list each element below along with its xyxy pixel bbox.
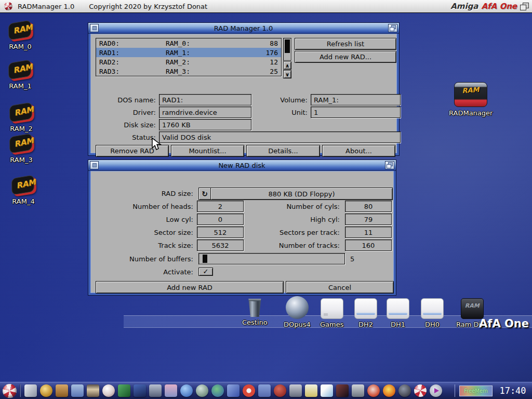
buffers-slider[interactable]	[198, 253, 345, 264]
dos-name-field[interactable]: RAD1:	[159, 94, 251, 105]
dock-icon-dh0[interactable]: DH0	[421, 298, 444, 328]
speaker-icon[interactable]	[398, 384, 411, 397]
dock-icon-games[interactable]: Games	[320, 298, 343, 328]
calculator-icon[interactable]	[352, 384, 364, 397]
sectors-per-track-field[interactable]: 11	[345, 227, 392, 238]
start-boing-ball-button[interactable]	[3, 384, 17, 398]
scanner-icon[interactable]	[305, 384, 317, 397]
cd-burner-icon[interactable]	[367, 384, 380, 397]
ram-chip-icon: RAM	[7, 21, 33, 41]
desktop-icon-ram2[interactable]: RAM RAM_2	[8, 103, 34, 132]
notepad-icon[interactable]	[321, 384, 333, 397]
toolbox-icon[interactable]	[289, 384, 302, 397]
icon-label: RAM_4	[12, 197, 34, 205]
add-new-rad-button[interactable]: Add new RAD...	[295, 51, 396, 63]
scrollbar-track[interactable]	[283, 38, 291, 61]
scrollbar-thumb[interactable]	[285, 39, 290, 53]
confirm-add-new-rad-button[interactable]: Add new RAD	[96, 281, 284, 294]
disk-size-label: Disk size:	[96, 121, 156, 129]
unit-field[interactable]: 1	[311, 107, 401, 118]
ram-chip-icon: RAM	[7, 60, 33, 80]
list-row-rad1-selected[interactable]: RAD1: RAM_1: 176	[96, 48, 281, 57]
sphere-blue-icon[interactable]	[180, 384, 193, 397]
image-viewer-icon[interactable]	[71, 384, 84, 397]
ram-chip-icon: RAM	[8, 134, 34, 154]
num-cyls-field[interactable]: 80	[345, 201, 392, 212]
dock-icon-cestino[interactable]: Cestino	[242, 297, 268, 326]
web-globe-icon[interactable]	[102, 384, 115, 397]
circuit-board-icon[interactable]	[118, 384, 130, 397]
desktop-icon-radmanager[interactable]: RAM RADManager	[449, 82, 493, 117]
dock-icon-dh1[interactable]: DH1	[387, 298, 409, 328]
list-row-rad0[interactable]: RAD0: RAM_0: 88	[96, 38, 281, 48]
dos-name-label: DOS name:	[96, 96, 156, 104]
scroll-up-button[interactable]: ∧	[283, 61, 291, 70]
fireball-icon[interactable]	[383, 384, 395, 397]
desktop-icon-ram1[interactable]: RAM RAM_1	[7, 60, 33, 90]
paint-brush-icon[interactable]	[274, 384, 286, 397]
depth-gadget[interactable]	[388, 24, 397, 32]
rad-manager-titlebar[interactable]: RAD Manager 1.0	[88, 23, 399, 34]
about-button[interactable]: About...	[322, 145, 395, 157]
num-tracks-field[interactable]: 160	[345, 240, 392, 251]
briefcase-icon[interactable]	[56, 384, 68, 397]
trash-can-icon	[247, 297, 262, 317]
play-button-icon[interactable]	[430, 384, 442, 397]
list-row-rad2[interactable]: RAD2: RAM_2: 12	[96, 57, 281, 66]
num-cyls-label: Number of cyls:	[241, 203, 340, 210]
monitor-gray-icon[interactable]	[149, 384, 162, 397]
ram-chip-icon: RAM	[10, 176, 36, 195]
cycle-icon: ↻	[199, 190, 210, 198]
cancel-button[interactable]: Cancel	[286, 281, 394, 294]
monitor-pink-icon[interactable]	[165, 384, 177, 397]
taskbar: FreeMem 17:40	[0, 382, 532, 399]
disk-edit-icon[interactable]	[24, 384, 37, 397]
boing-ball-icon	[4, 2, 12, 10]
slider-knob[interactable]	[203, 255, 207, 263]
radmanager-chip-icon: RAM	[454, 82, 487, 107]
checkered-ball-icon[interactable]	[414, 384, 427, 397]
screen-depth-gadget[interactable]	[520, 3, 529, 10]
rad-size-cycle-gadget[interactable]: ↻ 880 KB (DD Floppy)	[198, 188, 393, 200]
high-cyl-field[interactable]: 79	[345, 214, 392, 225]
num-heads-field[interactable]: 2	[197, 201, 244, 212]
folder-icon[interactable]	[87, 384, 99, 397]
rad-size-value: 880 KB (DD Floppy)	[211, 190, 392, 198]
track-size-field[interactable]: 5632	[197, 240, 244, 251]
depth-gadget[interactable]	[385, 161, 394, 169]
umbrella-icon[interactable]	[134, 384, 146, 397]
puzzle-blue-icon[interactable]	[227, 384, 240, 397]
menubar[interactable]: RADManager 1.0 Copyright 2020 by Krzyszt…	[0, 0, 532, 13]
disk-size-field[interactable]: 1760 KB	[159, 119, 251, 130]
sector-size-field[interactable]: 512	[197, 227, 244, 238]
close-gadget[interactable]	[90, 161, 99, 169]
status-field[interactable]: Valid DOS disk	[159, 131, 401, 143]
desktop-icon-ram0[interactable]: RAM RAM_0	[7, 21, 33, 50]
sphere-green-icon[interactable]	[196, 384, 208, 397]
video-dark-icon[interactable]	[336, 384, 349, 397]
driver-field[interactable]: ramdrive.device	[159, 107, 251, 118]
cd-gold-icon[interactable]	[40, 384, 52, 397]
dock-icon-dh2[interactable]: DH2	[354, 298, 377, 328]
close-gadget[interactable]	[90, 24, 99, 32]
mountlist-button[interactable]: Mountlist...	[171, 145, 244, 157]
new-rad-titlebar[interactable]: New RAD disk	[88, 160, 396, 171]
refresh-list-button[interactable]: Refresh list	[295, 38, 396, 50]
low-cyl-field[interactable]: 0	[197, 214, 244, 225]
dock-icon-dopus4[interactable]: DOpus4	[284, 296, 311, 328]
life-ring-icon[interactable]	[243, 384, 255, 397]
icon-label: RAM_0	[9, 43, 31, 50]
photo-album-icon[interactable]	[258, 384, 271, 397]
ram-chip-icon: RAM	[8, 103, 34, 123]
list-row-rad3[interactable]: RAD3: RAM_3: 25	[96, 66, 281, 76]
new-rad-disk-window: New RAD disk RAD size: ↻ 880 KB (DD Flop…	[88, 160, 396, 295]
activate-checkbox[interactable]: ✓	[198, 268, 213, 276]
num-heads-label: Number of heads:	[96, 203, 193, 210]
desktop-icon-ram4[interactable]: RAM RAM_4	[10, 176, 36, 205]
remove-rad-button[interactable]: Remove RAD	[96, 145, 169, 157]
desktop-icon-ram3[interactable]: RAM RAM_3	[8, 134, 34, 164]
volume-field[interactable]: RAM_1:	[311, 94, 401, 105]
earth-globe-icon[interactable]	[211, 384, 224, 397]
scroll-down-button[interactable]: ∨	[283, 70, 291, 78]
details-button[interactable]: Details...	[246, 145, 320, 157]
